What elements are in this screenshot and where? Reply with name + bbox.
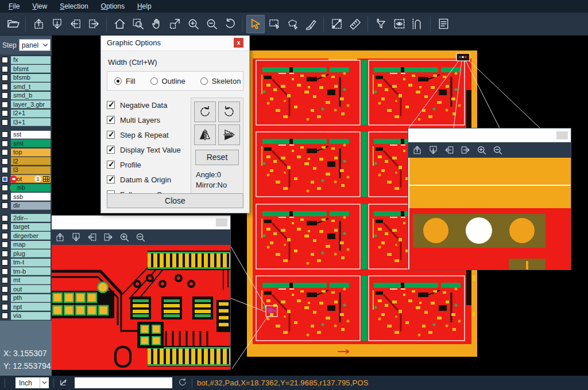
- layer-row-bfsmt[interactable]: bfsmt: [0, 65, 52, 74]
- checkbox-box[interactable]: [107, 116, 115, 124]
- pan-right-icon[interactable]: [460, 145, 471, 155]
- unit-select[interactable]: Inch: [16, 377, 49, 388]
- layer-row-tm-b[interactable]: tm-b: [0, 267, 52, 276]
- checkbox-negative-data[interactable]: Negative Data: [107, 98, 191, 112]
- layer-checkbox[interactable]: [2, 167, 8, 173]
- select-pointer-button[interactable]: [246, 15, 265, 33]
- layer-checkbox[interactable]: [2, 259, 8, 266]
- zoom-out-icon[interactable]: [135, 232, 146, 243]
- layer-row-bot[interactable]: bot1: [0, 175, 52, 184]
- measure-ruler-button[interactable]: [346, 15, 364, 33]
- layer-row-l3+1[interactable]: l3+1: [0, 118, 52, 127]
- zoom-in-button[interactable]: [184, 15, 202, 33]
- command-input[interactable]: [75, 377, 172, 388]
- checkbox-box[interactable]: [107, 131, 115, 139]
- layer-checkbox[interactable]: [2, 241, 8, 248]
- pan-down-icon[interactable]: [428, 145, 439, 155]
- layer-row-l2[interactable]: l2: [0, 157, 52, 166]
- zoom-window-titlebar[interactable]: [51, 216, 230, 229]
- pan-up-icon[interactable]: [412, 145, 423, 155]
- snap-angle-icon[interactable]: [59, 377, 69, 389]
- layer-checkbox[interactable]: [2, 102, 8, 108]
- menu-help[interactable]: Help: [131, 0, 158, 13]
- menu-view[interactable]: View: [26, 0, 53, 13]
- zoom-view-pads[interactable]: [408, 158, 571, 270]
- layer-row-bfsmb[interactable]: bfsmb: [0, 73, 52, 83]
- pan-down-icon[interactable]: [71, 232, 82, 243]
- layer-checkbox[interactable]: [2, 119, 8, 126]
- layer-checkbox[interactable]: [2, 75, 8, 81]
- menu-file[interactable]: File: [2, 0, 26, 13]
- layer-row-smt[interactable]: smt: [0, 139, 52, 149]
- layer-row-tm-t[interactable]: tm-t: [0, 258, 52, 267]
- layer-row-npt[interactable]: npt: [0, 303, 52, 312]
- checkbox-profile[interactable]: Profile: [107, 157, 191, 172]
- window-button[interactable]: [216, 219, 227, 227]
- layer-row-2dir--[interactable]: 2dir--: [0, 214, 52, 223]
- layer-row-layer_3.gbr[interactable]: layer_3.gbr: [0, 100, 52, 110]
- layer-checkbox[interactable]: [2, 215, 8, 221]
- layer-checkbox[interactable]: [2, 141, 8, 147]
- mirror-horizontal-button[interactable]: [194, 124, 216, 145]
- layer-row-map[interactable]: map: [0, 240, 52, 249]
- menu-selection[interactable]: Selection: [53, 0, 94, 13]
- pan-page-right-button[interactable]: [84, 15, 103, 33]
- highlight-net-button[interactable]: [408, 15, 427, 33]
- filter-button[interactable]: [372, 15, 390, 33]
- radio-circle[interactable]: [200, 77, 208, 85]
- layer-row-smd_b[interactable]: smd_b: [0, 91, 52, 100]
- radio-outline[interactable]: Outline: [150, 77, 185, 85]
- layer-checkbox[interactable]: [2, 158, 8, 165]
- mirror-vertical-button[interactable]: [218, 124, 240, 145]
- layer-checkbox[interactable]: [2, 313, 8, 319]
- zoom-window-titlebar[interactable]: [408, 128, 571, 142]
- layer-row-dirgerber[interactable]: dirgerber: [0, 232, 52, 241]
- open-file-button[interactable]: [3, 15, 22, 33]
- layer-checkbox[interactable]: [2, 110, 8, 116]
- layer-checkbox[interactable]: [2, 295, 8, 301]
- reset-button[interactable]: Reset: [195, 150, 239, 165]
- radio-circle[interactable]: [150, 77, 158, 85]
- view-region-button[interactable]: [390, 15, 408, 33]
- checkbox-box[interactable]: [107, 161, 115, 169]
- window-button[interactable]: [556, 131, 568, 139]
- zoom-previous-button[interactable]: [220, 15, 239, 33]
- zoom-window-button[interactable]: [129, 15, 147, 33]
- zoom-in-icon[interactable]: [476, 145, 487, 155]
- layer-row-plug[interactable]: plug: [0, 249, 52, 259]
- layer-row-l3[interactable]: l3: [0, 166, 52, 175]
- layer-checkbox[interactable]: [2, 233, 8, 239]
- layer-checkbox[interactable]: [2, 251, 8, 257]
- radio-circle[interactable]: [114, 77, 122, 85]
- layer-row-sst[interactable]: sst: [0, 130, 52, 139]
- layer-checkbox[interactable]: [2, 176, 8, 182]
- checkbox-box[interactable]: [107, 146, 115, 154]
- layer-checkbox[interactable]: [2, 304, 8, 310]
- layer-row-smd_t[interactable]: smd_t: [0, 83, 52, 92]
- checkbox-box[interactable]: [107, 176, 115, 184]
- zoom-object-button[interactable]: [165, 15, 184, 33]
- layer-checkbox[interactable]: [2, 149, 8, 155]
- pan-hand-button[interactable]: [147, 15, 165, 33]
- layer-row-pth[interactable]: pth: [0, 294, 52, 303]
- close-button[interactable]: Close: [107, 193, 243, 208]
- layer-checkbox[interactable]: [2, 202, 8, 209]
- radio-skeleton[interactable]: Skeleton: [200, 77, 241, 85]
- layer-row-via[interactable]: via: [0, 311, 52, 321]
- layer-checkbox[interactable]: [2, 224, 8, 230]
- layer-row-top[interactable]: top: [0, 148, 52, 157]
- layer-row-mt[interactable]: mt: [0, 276, 52, 285]
- pan-right-icon[interactable]: [103, 232, 114, 243]
- zoom-window-right[interactable]: [408, 128, 571, 270]
- grid-icon[interactable]: [43, 176, 49, 182]
- refresh-icon[interactable]: [178, 377, 187, 389]
- layer-checkbox[interactable]: [2, 92, 8, 99]
- zoom-view-traces[interactable]: [51, 245, 230, 369]
- pan-left-icon[interactable]: [444, 145, 455, 155]
- pan-up-icon[interactable]: [55, 232, 65, 243]
- checkbox-display-text-value[interactable]: Display Text Value: [107, 142, 191, 157]
- dialog-titlebar[interactable]: Graphic Options x: [101, 35, 249, 51]
- step-select[interactable]: panel: [19, 39, 51, 51]
- checkbox-datum-origin[interactable]: Datum & Origin: [107, 172, 191, 187]
- layer-checkbox[interactable]: [2, 66, 8, 72]
